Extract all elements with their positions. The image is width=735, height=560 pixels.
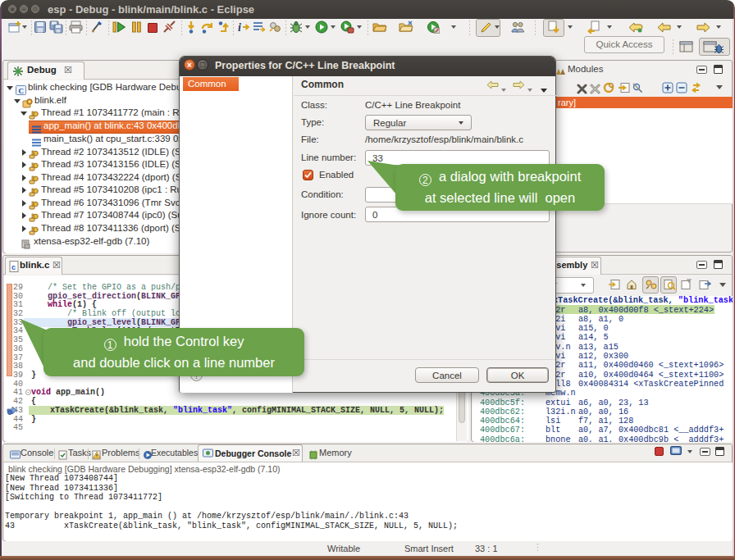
svg-text:i: i — [238, 21, 241, 34]
svg-text:C: C — [19, 87, 25, 95]
svg-text:c: c — [11, 263, 16, 271]
